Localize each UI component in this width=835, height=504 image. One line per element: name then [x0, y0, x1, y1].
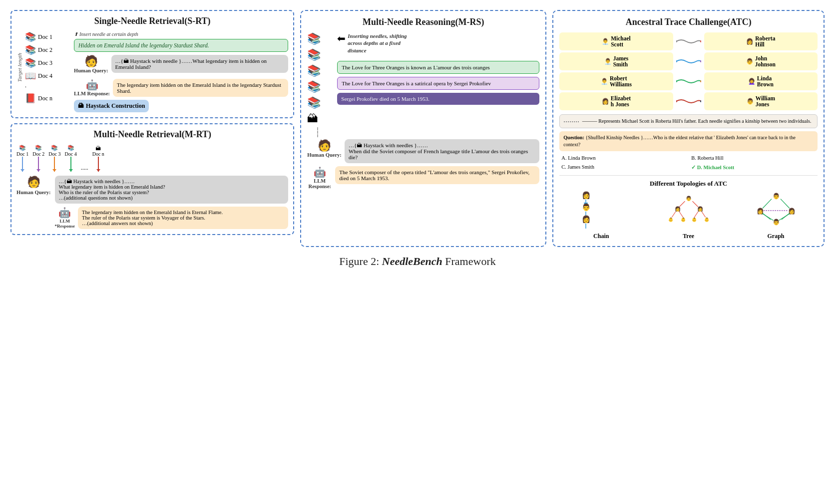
mrs-llm-col: 🤖 LLM Response:: [307, 166, 332, 189]
srt-left: Target length 📚 Doc 1 📚 Doc 2 📚 Doc 3: [16, 31, 70, 104]
tree-leaf-1: 👶: [668, 217, 674, 223]
atc-persons-grid: 👨‍💼 MichaelScott 👩 RobertaHill 👨‍💼 James…: [559, 32, 818, 110]
mrs-book-4: 📚: [307, 80, 332, 93]
needle-svg-connector-2: [676, 57, 701, 65]
person-elizabeth-jones: 👩 Elizabeth Jones: [559, 92, 673, 110]
mrs-query-box: …{🏔 Haystack with needles }…… When did t…: [345, 139, 539, 163]
mrt-human-avatar: 🧑: [27, 176, 40, 189]
name-william: WilliamJones: [756, 95, 775, 107]
mrt-doc-2: 📚 Doc 2: [32, 145, 44, 172]
doc-item-2: 📚 Doc 2: [25, 44, 70, 55]
chain-node-3: 👩: [581, 215, 590, 224]
chain-node-2: 👨: [581, 203, 590, 212]
name-michael: MichaelScott: [611, 35, 631, 47]
target-length-label: Target length: [16, 53, 22, 82]
doc-item-n: 📕 Doc n: [25, 93, 70, 104]
mrs-human-avatar: 🧑: [318, 139, 331, 152]
robot-icon: 🤖: [86, 79, 98, 91]
tree-node-r: 👩: [697, 206, 703, 212]
mrs-title: Multi-Needle Reasoning(M-RS): [307, 17, 539, 27]
needle-svg-connector-4: [676, 97, 701, 105]
tree-leaf-4: 👶: [704, 217, 710, 223]
chain-node-1: 👩: [581, 191, 590, 200]
atc-title: Ancestral Trace Challenge(ATC): [559, 17, 818, 27]
mrt-book-1: 📚: [19, 145, 26, 151]
figure-brand: NeedleBench: [382, 255, 442, 267]
human-icon-col: 🧑 Human Query:: [74, 55, 108, 73]
represents-box: ——— Represents Michael Scott is Roberta …: [559, 114, 818, 128]
book-icon-1: 📚: [25, 31, 36, 42]
answer-c: C. James Smith: [559, 163, 688, 171]
answer-b-text: B. Roberta Hill: [691, 155, 723, 161]
avatar-robert: 👨‍💼: [601, 78, 608, 85]
doc-label-4: Doc 4: [38, 72, 52, 80]
svg-marker-9: [96, 169, 100, 172]
mrt-response-box: The legendary item hidden on the Emerald…: [78, 207, 288, 229]
mrs-human-label: Human Query:: [307, 152, 342, 158]
doc-label-1: Doc 1: [38, 33, 52, 41]
name-james: JamesSmith: [613, 55, 629, 67]
needle-2: The Love for Three Oranges is a satirica…: [337, 77, 539, 90]
name-robert: RobertWilliams: [610, 75, 632, 87]
mrt-doc-3: 📚 Doc 3: [48, 145, 60, 172]
topologies-section: Different Topologies of ATC 👩 👨 👩: [559, 175, 818, 240]
person-john-johnson: 👨 JohnJohnson: [704, 52, 818, 70]
mrt-doc-1: 📚 Doc 1: [16, 145, 28, 172]
left-panel: Single-Needle Retrieval(S-RT) Target len…: [10, 10, 294, 247]
tree-svg: 👨 👩 👩 👶 👶 👶 👶: [666, 191, 711, 231]
represents-icon: [564, 120, 579, 124]
mrt-doc-n: 🏔 Doc n: [92, 145, 104, 172]
person-william-jones: 👨 WilliamJones: [704, 92, 818, 110]
topologies-grid: 👩 👨 👩 Chain: [559, 191, 818, 240]
haystack-badge: 🏔 Haystack Construction: [74, 100, 149, 112]
doc-item-4: 📖 Doc 4: [25, 70, 70, 81]
llm-response-label: LLM Response:: [74, 91, 110, 96]
answer-a-text: A. Linda Brown: [561, 155, 596, 161]
check-icon: ✓: [691, 165, 696, 170]
avatar-james: 👨‍💼: [604, 58, 611, 65]
mrs-insert-row: ⬅ Inserting needles, shifting across dep…: [337, 32, 539, 57]
svg-line-27: [702, 212, 706, 217]
avatar-john: 👨: [746, 58, 753, 65]
srt-query-box: …{🏔 Haystack with needle }……What legenda…: [111, 55, 289, 73]
srt-panel: Single-Needle Retrieval(S-RT) Target len…: [10, 10, 294, 118]
mrt-bottom: 🧑 Human Query: …{🏔 Haystack with needles…: [16, 176, 288, 229]
person-michael-scott: 👨‍💼 MichaelScott: [559, 32, 673, 50]
needle-1: The Love for Three Oranges is known as L…: [337, 61, 539, 74]
figure-caption: Figure 2: NeedleBench Framework: [339, 255, 495, 268]
doc-item-3: 📚 Doc 3: [25, 57, 70, 68]
mrs-book-6: 🏔: [307, 112, 332, 125]
answer-a: A. Linda Brown: [559, 154, 688, 162]
mrs-book-3: 📚: [307, 64, 332, 77]
mrs-robot-icon: 🤖: [314, 166, 326, 178]
mrs-human-col: 🧑 Human Query:: [307, 139, 342, 158]
avatar-linda: 👩‍🦱: [748, 78, 755, 85]
mrt-llm-row: 🤖 LLM *Response The legendary item hidde…: [55, 207, 289, 229]
mrt-dots: .....: [81, 164, 88, 172]
connector-2: [676, 52, 701, 70]
main-container: Single-Needle Retrieval(S-RT) Target len…: [10, 10, 825, 247]
insert-label: ⬆ Insert needle at certain depth: [74, 31, 288, 37]
haystack-icon: 🏔: [78, 102, 84, 110]
insert-icon: ⬆: [74, 31, 78, 37]
insert-text: Insert needle at certain depth: [79, 31, 138, 37]
srt-content: Target length 📚 Doc 1 📚 Doc 2 📚 Doc 3: [16, 31, 288, 112]
needle-svg-2: [35, 157, 41, 172]
name-roberta: RobertaHill: [755, 35, 775, 47]
mrs-llm-label: LLM Response:: [309, 178, 332, 189]
avatar-william: 👨: [747, 98, 754, 105]
graph-svg: 👨 👩 👩 👨: [754, 191, 799, 231]
person-james-smith: 👨‍💼 JamesSmith: [559, 52, 673, 70]
mrt-robot-icon: 🤖: [58, 207, 71, 219]
svg-marker-7: [69, 169, 73, 172]
mrs-insert-label: Inserting needles, shifting across depth…: [348, 32, 407, 54]
doc-item-dots: ·: [25, 83, 70, 91]
human-query-row: 🧑 Human Query: …{🏔 Haystack with needle …: [74, 55, 288, 76]
doc-list: 📚 Doc 1 📚 Doc 2 📚 Doc 3 📖: [25, 31, 70, 104]
mrt-llm-col: 🤖 LLM *Response: [55, 207, 75, 229]
book-icon-2: 📚: [25, 44, 36, 55]
srt-right: ⬆ Insert needle at certain depth Hidden …: [74, 31, 288, 112]
figure-label: Figure 2:: [339, 255, 382, 267]
graph-label: Graph: [768, 233, 785, 240]
doc-label-3: Doc 3: [38, 59, 52, 67]
